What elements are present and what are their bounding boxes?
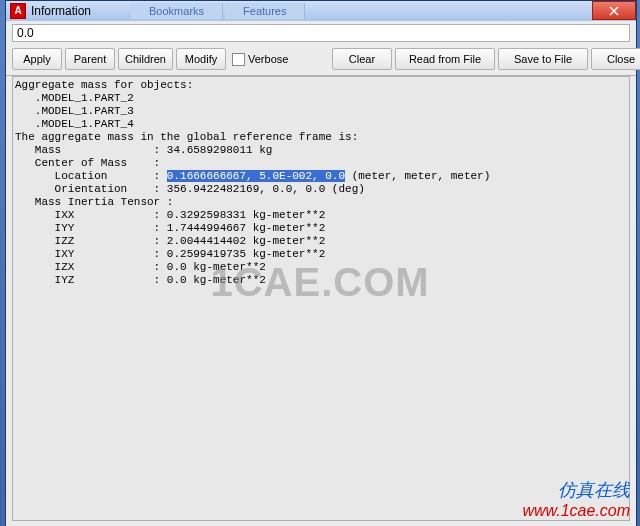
read-from-file-button[interactable]: Read from File — [395, 48, 495, 70]
line: (meter, meter, meter) — [345, 170, 490, 182]
titlebar[interactable]: A Information Bookmarks Features — [6, 1, 636, 21]
line: .MODEL_1.PART_3 — [15, 105, 134, 117]
line: Location : — [15, 170, 167, 182]
line: IXY : 0.2599419735 kg-meter**2 — [15, 248, 325, 260]
ghost-tab: Bookmarks — [131, 3, 223, 19]
title-ghost-tabs: Bookmarks Features — [131, 3, 305, 19]
line: The aggregate mass in the global referen… — [15, 131, 358, 143]
close-button[interactable]: Close — [591, 48, 640, 70]
information-window: A Information Bookmarks Features Apply P… — [5, 0, 637, 526]
footer: 仿真在线 www.1cae.com — [522, 478, 630, 520]
ghost-tab: Features — [225, 3, 305, 19]
line: IYZ : 0.0 kg-meter**2 — [15, 274, 266, 286]
verbose-checkbox[interactable]: Verbose — [229, 48, 329, 70]
parent-button[interactable]: Parent — [65, 48, 115, 70]
line: Mass : 34.6589298011 kg — [15, 144, 272, 156]
line: IZZ : 2.0044414402 kg-meter**2 — [15, 235, 325, 247]
info-text-area[interactable]: Aggregate mass for objects: .MODEL_1.PAR… — [12, 76, 630, 521]
children-button[interactable]: Children — [118, 48, 173, 70]
line: Aggregate mass for objects: — [15, 79, 193, 91]
line: Center of Mass : — [15, 157, 160, 169]
checkbox-icon — [232, 53, 245, 66]
app-icon: A — [10, 3, 26, 19]
line: .MODEL_1.PART_2 — [15, 92, 134, 104]
save-to-file-button[interactable]: Save to File — [498, 48, 588, 70]
clear-button[interactable]: Clear — [332, 48, 392, 70]
line: Orientation : 356.9422482169, 0.0, 0.0 (… — [15, 183, 365, 195]
toolbar: Apply Parent Children Modify Verbose Cle… — [6, 45, 636, 76]
line: Mass Inertia Tensor : — [15, 196, 173, 208]
close-icon — [609, 6, 619, 16]
line: IZX : 0.0 kg-meter**2 — [15, 261, 266, 273]
footer-cn: 仿真在线 — [522, 478, 630, 502]
line: IYY : 1.7444994667 kg-meter**2 — [15, 222, 325, 234]
close-window-button[interactable] — [592, 1, 636, 20]
line: IXX : 0.3292598331 kg-meter**2 — [15, 209, 325, 221]
value-input[interactable] — [12, 24, 630, 42]
footer-url: www.1cae.com — [522, 502, 630, 520]
selected-text: 0.1666666667, 5.0E-002, 0.0 — [167, 170, 345, 182]
verbose-label: Verbose — [248, 53, 288, 65]
apply-button[interactable]: Apply — [12, 48, 62, 70]
window-title: Information — [31, 4, 91, 18]
value-input-row — [6, 21, 636, 45]
line: .MODEL_1.PART_4 — [15, 118, 134, 130]
modify-button[interactable]: Modify — [176, 48, 226, 70]
